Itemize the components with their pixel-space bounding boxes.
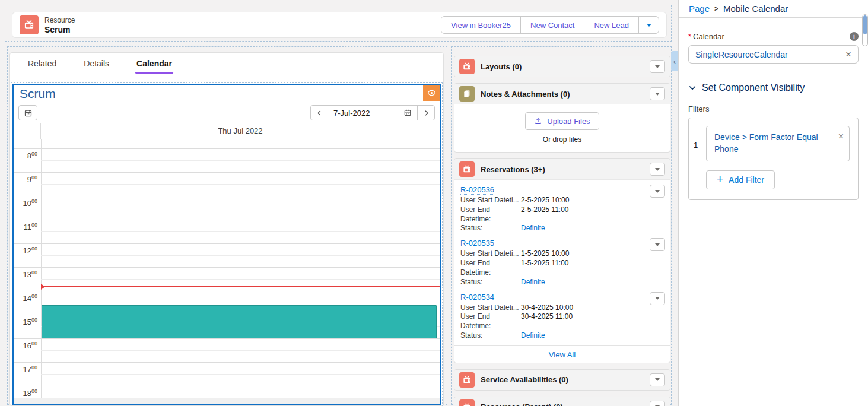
layouts-menu-button[interactable]: [650, 60, 665, 73]
set-component-visibility-toggle[interactable]: Set Component Visibility: [688, 83, 859, 93]
status-link[interactable]: Definite: [521, 331, 545, 341]
layouts-object-icon: [459, 59, 475, 74]
field-value: 2-5-2025 10:00: [521, 196, 569, 205]
action-button[interactable]: New Lead: [584, 17, 638, 33]
record-actions-group: View in Booker25 New Contact New Lead: [441, 16, 659, 34]
resources-parent-menu-button[interactable]: [650, 401, 665, 406]
layouts-card: Layouts (0): [454, 56, 670, 77]
field-value: 30-4-2025 10:00: [521, 303, 573, 313]
service-availabilities-menu-button[interactable]: [650, 373, 665, 386]
field-value: 2-5-2025 11:00: [521, 205, 569, 224]
reservation-link[interactable]: R-020534: [460, 293, 494, 302]
hour-row: 1000: [14, 196, 440, 220]
action-button[interactable]: New Contact: [520, 17, 584, 33]
field-label: User End Datetime:: [460, 259, 521, 278]
breadcrumb-page-link[interactable]: Page: [689, 4, 710, 14]
filter-group: 1 Device > Form Factor Equal Phone × + A…: [688, 118, 859, 200]
tab-bar: RelatedDetailsCalendar: [10, 53, 443, 74]
calendar-icon: [24, 109, 33, 118]
hour-label: 1300: [14, 269, 37, 279]
calendar-title: Scrum: [14, 85, 440, 103]
panel-scrollbar[interactable]: [862, 14, 868, 46]
required-asterisk: *: [688, 32, 691, 41]
day-column-header: Thu Jul 2022: [41, 123, 440, 139]
add-filter-button[interactable]: + Add Filter: [706, 170, 775, 189]
record-header-card: Resource Scrum View in Booker25 New Cont…: [12, 12, 667, 38]
resources-parent-header: Resources (Parent) (0): [454, 397, 670, 406]
info-icon[interactable]: i: [850, 32, 859, 41]
reservation-link[interactable]: R-020535: [460, 239, 494, 248]
date-value: 7-Jul-2022: [333, 109, 370, 118]
drop-files-hint: Or drop files: [454, 135, 670, 144]
notes-object-icon: [459, 86, 475, 102]
properties-panel: Page > Mobile Calendar * Calendar i Sing…: [678, 0, 868, 406]
related-lists-column: Layouts (0) Notes & Attachments (0) Uplo…: [454, 56, 670, 406]
layouts-title: Layouts (0): [481, 62, 644, 71]
more-actions-button[interactable]: [638, 17, 659, 33]
reservations-object-icon: [459, 161, 475, 177]
calendar-lookup-input[interactable]: SingleResourceCalendar ×: [688, 45, 859, 64]
filter-group-main: Device > Form Factor Equal Phone × + Add…: [706, 126, 850, 189]
remove-filter-icon[interactable]: ×: [838, 129, 844, 143]
field-label: User End Datetime:: [460, 205, 521, 224]
chevron-left-icon: ‹: [673, 57, 676, 66]
calendar-toolbar: 7-Jul-2022: [14, 103, 440, 123]
service-availabilities-header: Service Availabilities (0): [454, 370, 670, 390]
date-picker-field[interactable]: 7-Jul-2022: [328, 106, 418, 120]
day-header-row: Thu Jul 2022: [14, 123, 440, 139]
chevron-down-icon: [655, 378, 660, 383]
field-label: User Start Dateti...: [460, 249, 521, 259]
hour-label: 1500: [14, 317, 37, 326]
reservation-event-block[interactable]: [42, 305, 437, 338]
reservations-card: Reservations (3+) R-020536 User Start Da…: [454, 158, 670, 363]
field-value: 30-4-2025 11:00: [521, 312, 573, 331]
reservation-row-menu-button[interactable]: [650, 238, 665, 251]
resources-parent-title: Resources (Parent) (0): [481, 402, 644, 406]
hour-label: 900: [14, 175, 37, 184]
service-availabilities-object-icon: [459, 372, 475, 388]
action-button[interactable]: View in Booker25: [441, 17, 520, 33]
status-link[interactable]: Definite: [521, 224, 545, 233]
reservation-row-menu-button[interactable]: [650, 185, 665, 198]
status-link[interactable]: Definite: [521, 278, 545, 287]
hour-row: 800: [14, 148, 440, 172]
upload-files-button[interactable]: Upload Files: [525, 112, 599, 130]
filter-index: 1: [694, 126, 701, 189]
tab-calendar[interactable]: Calendar: [136, 53, 172, 74]
current-time-indicator: [41, 286, 440, 287]
calendar-view-button[interactable]: [18, 105, 37, 120]
reservations-menu-button[interactable]: [650, 163, 665, 176]
resource-object-icon: [20, 15, 39, 34]
breadcrumb: Page > Mobile Calendar: [679, 0, 868, 18]
record-header-text: Resource Scrum: [44, 16, 75, 34]
clear-icon[interactable]: ×: [845, 49, 851, 59]
grid-footer-strip: [14, 398, 440, 404]
chevron-right-icon: [422, 109, 430, 117]
hour-row: 1200: [14, 243, 440, 267]
hour-label: 1700: [14, 364, 37, 374]
record-tabs-card: RelatedDetailsCalendar Scrum: [9, 52, 444, 406]
component-visibility-badge[interactable]: [423, 85, 440, 101]
field-label: User Start Dateti...: [460, 196, 521, 205]
reservation-row-menu-button[interactable]: [650, 292, 665, 305]
field-label: User Start Dateti...: [460, 303, 521, 313]
upload-icon: [534, 117, 542, 125]
reservation-link[interactable]: R-020536: [460, 185, 494, 195]
tab-details[interactable]: Details: [84, 53, 109, 74]
breadcrumb-separator: >: [714, 5, 718, 13]
hour-row: 1700: [14, 362, 440, 386]
date-navigator: 7-Jul-2022: [310, 105, 435, 120]
grid-lead-in: [14, 139, 440, 148]
collapse-panel-handle[interactable]: ‹: [671, 51, 678, 71]
chevron-down-icon: [655, 297, 660, 302]
view-all-link[interactable]: View All: [549, 350, 576, 359]
notes-menu-button[interactable]: [650, 87, 665, 100]
filter-card[interactable]: Device > Form Factor Equal Phone ×: [706, 126, 850, 161]
time-axis-spacer: [14, 123, 41, 139]
tab-related[interactable]: Related: [28, 53, 56, 74]
notes-card: Notes & Attachments (0) Upload Files Or …: [454, 83, 670, 153]
next-day-button[interactable]: [418, 106, 434, 120]
previous-day-button[interactable]: [311, 106, 328, 120]
eye-icon: [427, 88, 436, 97]
chevron-down-icon: [655, 65, 660, 71]
